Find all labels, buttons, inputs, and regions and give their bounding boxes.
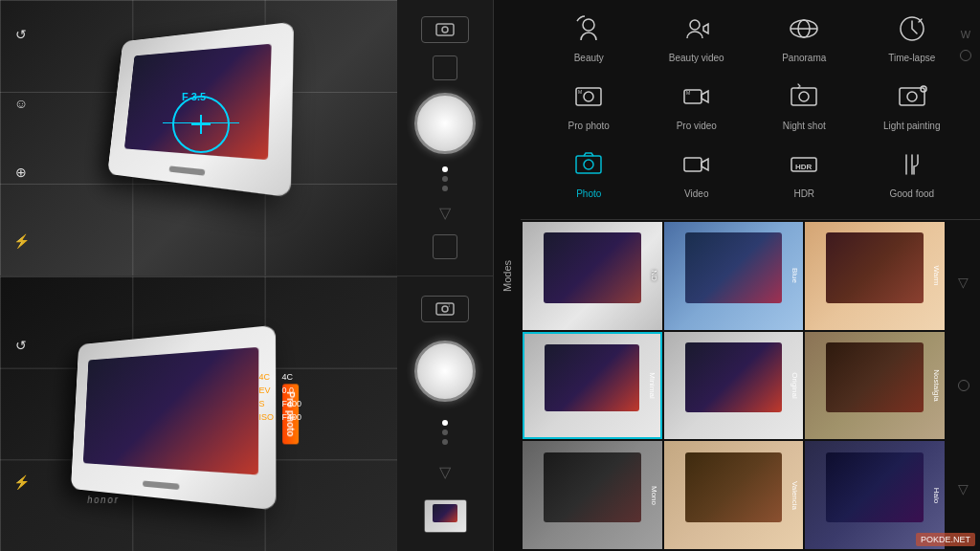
timelapse-label: Time-lapse [888,53,935,63]
filter-mono[interactable]: Mono [523,441,662,549]
filter-warm-phone [805,222,945,330]
photo-label: Photo [576,188,601,199]
modes-row-1: Beauty Beauty video Panorama [535,10,966,63]
filters-sidebar: ▽ ▽ [947,220,980,551]
filter-valencia-phone [664,441,804,549]
camera-view-top[interactable]: F 3.5 ↺ ☺ ⊕ ⚡ [0,0,397,276]
face-icon[interactable]: ☺ [8,90,34,117]
filter-blue-label: Blue [791,268,799,283]
s-control[interactable]: S F400 [258,399,301,408]
pro-photo-icon: M [569,77,608,116]
beauty-label: Beauty [574,53,604,63]
filter-minimal[interactable]: Minimal [523,332,662,440]
s-label: S [258,399,278,408]
filter-valencia-preview: Valencia [664,441,804,549]
mode-good-food[interactable]: Good food [874,145,950,199]
modes-grid: Beauty Beauty video Panorama [521,0,980,220]
filter-warm[interactable]: Warm [805,222,945,330]
mode-beauty[interactable]: Beauty [550,10,627,63]
filter-original-phone [664,332,804,440]
middle-top-controls: ▽ [397,0,493,276]
mode-pro-video[interactable]: M Pro video [658,77,735,131]
filter-mono-label: Mono [650,486,658,505]
pro-video-label: Pro video [677,121,717,131]
shutter-button-top[interactable] [414,93,476,154]
mode-light-painting[interactable]: Light painting [874,77,950,131]
mode-night-shot[interactable]: Night shot [766,77,842,131]
filter-valencia[interactable]: Valencia [664,441,804,549]
night-shot-icon [785,77,823,116]
ev-control[interactable]: EV 0.0 [258,386,301,395]
right-section: Modes Beauty [493,0,980,551]
scroll-down-indicator: ▽ [958,481,969,496]
filter-nostalgia[interactable]: Nostalgia [805,332,945,440]
rotate-icon[interactable]: ↺ [8,21,34,48]
filter-nd[interactable]: ND [523,222,662,330]
filters-section: ND Blue Warm [521,220,980,551]
nav-down-bottom[interactable]: ▽ [439,463,451,481]
mode-hdr[interactable]: HDR HDR [766,145,842,199]
svg-rect-0 [436,24,454,35]
filter-warm-label: Warm [932,266,941,286]
modes-row-3: Photo Video HDR HDR [535,145,966,199]
svg-point-17 [799,92,809,101]
rotate-icon-bottom[interactable]: ↺ [8,332,34,359]
left-icons-bottom: ↺ ⚡ [8,276,34,551]
filter-original[interactable]: Original [664,332,804,440]
filter-halo-label: Halo [932,487,941,502]
settings-icon[interactable]: ⊕ [8,159,34,186]
camera-switch-button-top[interactable] [421,16,469,43]
square-button-small[interactable] [433,234,457,259]
flash-icon-bottom[interactable]: ⚡ [8,469,34,496]
hdr-icon: HDR [785,145,823,184]
mode-circle-indicator [960,50,971,61]
shutter-button-bottom[interactable] [414,341,476,402]
filter-mono-phone [523,441,662,549]
mode-photo[interactable]: Photo [550,145,627,199]
nav-down-top[interactable]: ▽ [439,204,451,222]
filter-minimal-label: Minimal [648,372,657,399]
photo-thumbnail[interactable] [424,499,467,533]
svg-text:M: M [578,89,582,95]
filter-blue-phone [664,222,804,330]
mode-timelapse[interactable]: Time-lapse [874,10,950,63]
awb-control: 4C 4C [258,372,301,382]
modes-label: Modes [493,0,521,551]
camera-switch-button-bottom[interactable]: 1 [421,296,469,322]
iso-control[interactable]: ISO F400 [258,412,301,422]
awb-label: 4C [258,372,278,382]
flash-icon[interactable]: ⚡ [8,228,34,254]
ev-value: 0.0 [281,386,294,395]
phone-preview-bottom [71,325,277,511]
filter-nostalgia-label: Nostalgia [932,369,941,401]
timelapse-icon [893,10,931,48]
modes-row-2: M Pro photo M Pro video [535,77,966,131]
filter-blue[interactable]: Blue [664,222,804,330]
mode-beauty-video[interactable]: Beauty video [658,10,735,63]
camera-view-bottom[interactable]: honor Pro photo 4C 4C EV 0.0 S F400 IS [0,276,397,551]
filter-valencia-label: Valencia [791,481,799,510]
hdr-label: HDR [793,188,814,199]
ev-label: EV [258,386,278,395]
mode-pro-photo[interactable]: M Pro photo [550,77,627,131]
dot-b1 [442,420,448,426]
dot-3 [442,186,448,191]
main-container: F 3.5 ↺ ☺ ⊕ ⚡ honor Pro photo 4C [0,0,980,551]
circle-indicator [958,380,969,391]
filter-minimal-phone [524,334,660,438]
svg-text:HDR: HDR [795,163,813,171]
filter-nd-label: ND [650,271,658,282]
pro-photo-label: Pro photo [568,121,610,131]
svg-rect-23 [684,158,702,171]
dot-b2 [442,430,448,435]
middle-bottom-controls: 1 ▽ [397,276,493,551]
dot-1 [442,166,448,172]
filter-original-preview: Original [664,332,804,440]
honor-brand-text: honor [87,495,119,505]
focus-line [163,122,239,123]
filter-original-label: Original [791,372,799,399]
mode-video[interactable]: Video [658,145,735,199]
left-section: F 3.5 ↺ ☺ ⊕ ⚡ honor Pro photo 4C [0,0,397,551]
mode-panorama[interactable]: Panorama [766,10,842,63]
square-mode-button[interactable] [433,55,457,80]
